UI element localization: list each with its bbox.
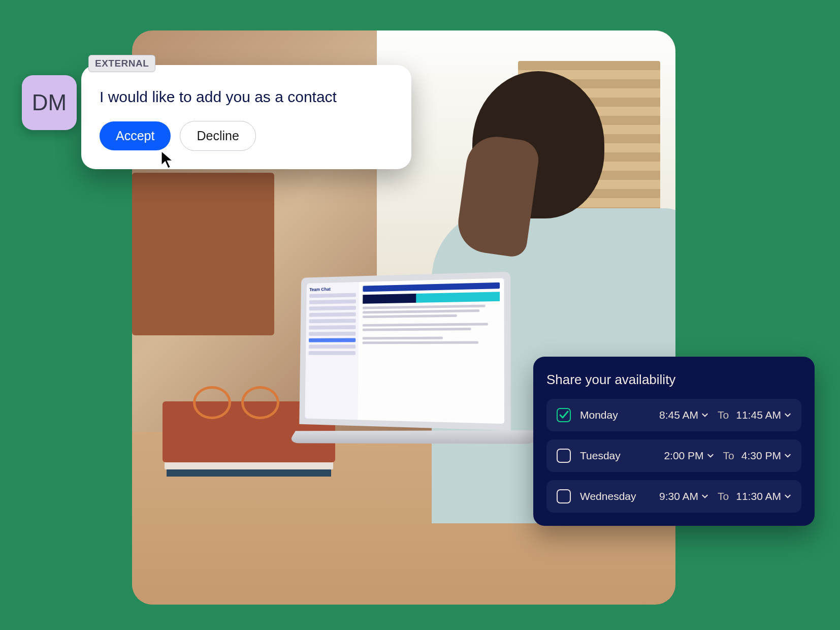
availability-row-tuesday: Tuesday 2:00 PM To 4:30 PM [546, 439, 801, 472]
availability-end-value: 11:30 AM [736, 490, 781, 502]
availability-row-monday: Monday 8:45 AM To 11:45 AM [546, 399, 801, 431]
avatar-initials: DM [32, 90, 67, 115]
availability-end-select[interactable]: 11:45 AM [736, 409, 791, 421]
chevron-down-icon [784, 493, 791, 500]
availability-panel: Share your availability Monday 8:45 AM T… [533, 357, 815, 526]
availability-title: Share your availability [546, 372, 801, 388]
availability-start-value: 8:45 AM [659, 409, 698, 421]
availability-checkbox-tuesday[interactable] [557, 449, 571, 463]
availability-end-value: 4:30 PM [741, 450, 781, 462]
scene-laptop-base [288, 430, 538, 444]
availability-day-label: Tuesday [580, 450, 645, 462]
availability-row-wednesday: Wednesday 9:30 AM To 11:30 AM [546, 480, 801, 513]
availability-start-select[interactable]: 8:45 AM [659, 409, 708, 421]
chevron-down-icon [784, 452, 791, 459]
availability-start-value: 2:00 PM [664, 450, 703, 462]
accept-button[interactable]: Accept [100, 121, 171, 150]
availability-end-select[interactable]: 4:30 PM [741, 450, 791, 462]
scene-cabinet [132, 173, 274, 335]
avatar: DM [22, 75, 77, 130]
external-badge: EXTERNAL [88, 55, 155, 72]
availability-to-label: To [718, 490, 729, 502]
scene-glasses [193, 386, 279, 417]
availability-to-label: To [723, 450, 734, 462]
contact-request-card: I would like to add you as a contact Acc… [81, 65, 411, 169]
availability-day-label: Monday [580, 409, 645, 421]
chevron-down-icon [701, 493, 708, 500]
contact-request-actions: Accept Decline [100, 121, 393, 151]
contact-request-message: I would like to add you as a contact [100, 88, 393, 106]
availability-to-label: To [718, 409, 729, 421]
chevron-down-icon [701, 412, 708, 419]
check-icon [559, 410, 569, 420]
availability-end-value: 11:45 AM [736, 409, 781, 421]
cursor-icon [160, 150, 176, 170]
chevron-down-icon [784, 412, 791, 419]
availability-start-select[interactable]: 2:00 PM [664, 450, 714, 462]
availability-checkbox-wednesday[interactable] [557, 489, 571, 503]
chevron-down-icon [707, 452, 714, 459]
decline-button[interactable]: Decline [180, 121, 255, 151]
availability-checkbox-monday[interactable] [557, 408, 571, 422]
availability-end-select[interactable]: 11:30 AM [736, 490, 791, 502]
availability-start-value: 9:30 AM [659, 490, 698, 502]
availability-start-select[interactable]: 9:30 AM [659, 490, 708, 502]
laptop-sidebar-title: Team Chat [309, 286, 356, 292]
availability-day-label: Wednesday [580, 490, 645, 502]
scene-laptop-screen: Team Chat [299, 272, 511, 430]
